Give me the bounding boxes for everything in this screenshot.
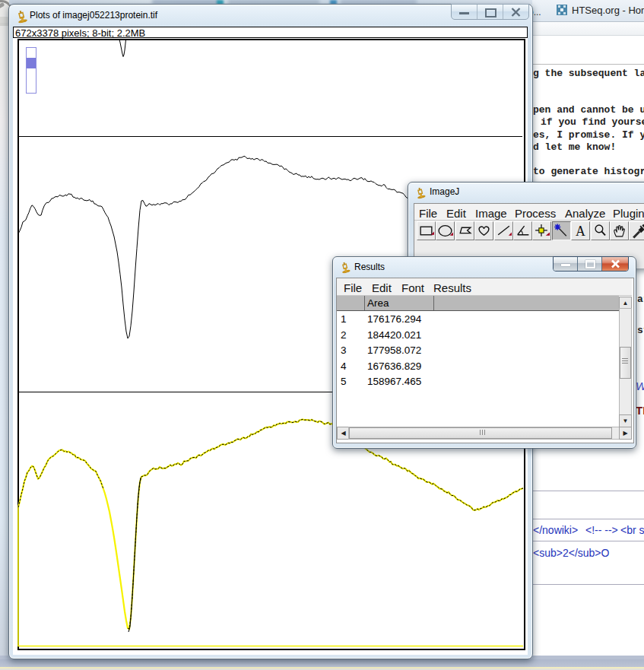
- svg-text:A: A: [576, 224, 585, 239]
